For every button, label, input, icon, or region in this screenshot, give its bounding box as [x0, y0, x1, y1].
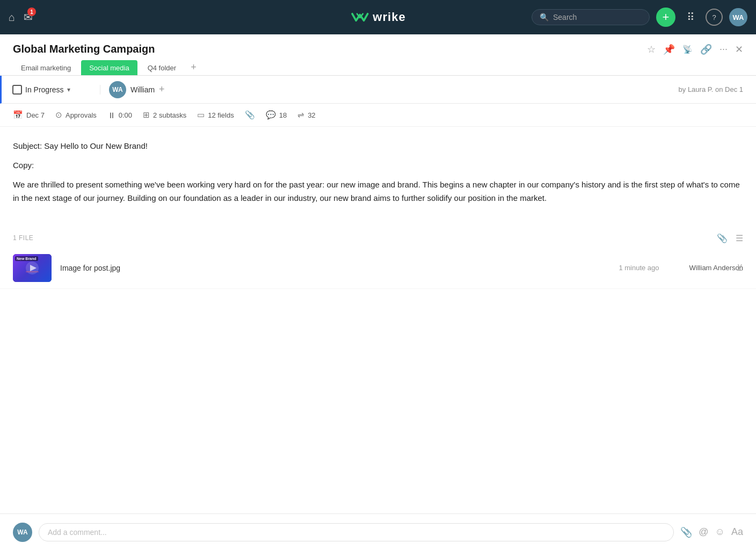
share-icon: ⇌	[297, 110, 304, 120]
file-section-header: 1 FILE 📎 ☰	[0, 229, 756, 248]
filter-icon[interactable]: ⊻	[737, 263, 743, 273]
wrike-logo-text: wrike	[373, 10, 405, 24]
assignee-name: William	[130, 85, 155, 94]
mail-button[interactable]: ✉ 1	[24, 11, 33, 24]
wrike-logo: wrike	[350, 10, 405, 25]
list-icon[interactable]: ☰	[736, 233, 744, 243]
meta-subtasks[interactable]: ⊞ 2 subtasks	[143, 110, 186, 120]
comment-mention-icon[interactable]: @	[699, 526, 708, 538]
file-row: New Brand Image for post.jpg 1 minute ag…	[0, 248, 756, 289]
file-uploader: William Anderson	[689, 264, 743, 272]
nav-left: ⌂ ✉ 1	[9, 11, 33, 24]
tabs-row: Email marketing Social media Q4 folder +	[0, 55, 756, 76]
star-icon[interactable]: ☆	[647, 44, 656, 55]
status-chevron-icon[interactable]: ▾	[67, 86, 70, 93]
approvals-icon: ⊙	[55, 110, 62, 120]
svg-rect-1	[26, 271, 39, 272]
comment-user-avatar: WA	[13, 523, 32, 542]
meta-attachment[interactable]: 📎	[245, 110, 255, 120]
subject-line: Subject: Say Hello to Our New Brand!	[13, 140, 743, 153]
comment-attach-icon[interactable]: 📎	[680, 526, 692, 538]
meta-subtasks-label: 2 subtasks	[153, 111, 186, 119]
task-checkbox[interactable]	[12, 85, 22, 95]
fields-icon: ▭	[197, 110, 205, 120]
meta-approvals-label: Approvals	[66, 111, 97, 119]
grid-icon[interactable]: ⠿	[682, 9, 699, 26]
add-button[interactable]: +	[656, 8, 675, 27]
page-header: Global Marketing Campaign ☆ 📌 📡 🔗 ··· ✕	[0, 34, 756, 55]
assignee-avatar[interactable]: WA	[109, 81, 126, 98]
comment-area: WA 📎 @ ☺ Aa	[0, 513, 756, 550]
comment-input[interactable]	[48, 528, 665, 537]
content-body: We are thrilled to present something we'…	[13, 178, 743, 205]
mail-badge-count: 1	[27, 8, 36, 16]
meta-approvals[interactable]: ⊙ Approvals	[55, 110, 97, 120]
meta-timer-label: 0:00	[119, 111, 132, 119]
rss-icon[interactable]: 📡	[682, 45, 693, 54]
meta-comments-label: 18	[279, 111, 287, 119]
page-title: Global Marketing Campaign	[13, 43, 155, 55]
file-thumb-badge: New Brand	[15, 256, 38, 261]
more-icon[interactable]: ···	[719, 44, 728, 55]
meta-fields[interactable]: ▭ 12 fields	[197, 110, 234, 120]
assignee-group: WA William +	[100, 81, 173, 98]
copy-label: Copy:	[13, 159, 743, 172]
meta-icons-row: 📅 Dec 7 ⊙ Approvals ⏸ 0:00 ⊞ 2 subtasks …	[0, 104, 756, 127]
status-label: In Progress	[25, 85, 64, 94]
meta-share-label: 32	[308, 111, 315, 119]
close-icon[interactable]: ✕	[735, 44, 743, 55]
meta-fields-label: 12 fields	[208, 111, 234, 119]
tab-q4-folder[interactable]: Q4 folder	[140, 60, 184, 75]
file-count-label: 1 FILE	[13, 234, 33, 242]
comment-input-wrapper[interactable]	[39, 523, 674, 541]
attach-icon[interactable]: 📎	[717, 233, 728, 243]
nav-right: 🔍 + ⠿ ? WA	[532, 8, 747, 27]
status-group: In Progress ▾	[4, 85, 100, 95]
comment-emoji-icon[interactable]: ☺	[715, 526, 725, 538]
tab-social-media[interactable]: Social media	[81, 60, 137, 75]
logo: wrike	[350, 10, 405, 25]
link-icon[interactable]: 🔗	[700, 44, 712, 55]
page-header-actions: ☆ 📌 📡 🔗 ··· ✕	[647, 44, 743, 55]
top-navigation: ⌂ ✉ 1 wrike 🔍 + ⠿ ? WA	[0, 0, 756, 34]
pin-icon[interactable]: 📌	[663, 44, 675, 55]
subtasks-icon: ⊞	[143, 110, 150, 120]
comment-toolbar: 📎 @ ☺ Aa	[680, 526, 743, 538]
file-name[interactable]: Image for post.jpg	[60, 264, 610, 272]
task-meta-right: by Laura P. on Dec 1	[679, 85, 756, 93]
meta-share[interactable]: ⇌ 32	[297, 110, 315, 120]
add-tab-button[interactable]: +	[186, 60, 201, 75]
meta-comments[interactable]: 💬 18	[266, 110, 287, 120]
attachment-icon: 📎	[245, 110, 255, 120]
search-icon: 🔍	[540, 13, 549, 21]
task-status-row: In Progress ▾ WA William + by Laura P. o…	[0, 76, 756, 104]
meta-timer[interactable]: ⏸ 0:00	[107, 111, 132, 120]
home-icon[interactable]: ⌂	[9, 11, 15, 24]
add-assignee-icon[interactable]: +	[159, 84, 165, 95]
file-section-icons: 📎 ☰	[717, 233, 743, 243]
file-upload-time: 1 minute ago	[619, 264, 659, 272]
comments-icon: 💬	[266, 110, 276, 120]
meta-date-label: Dec 7	[26, 111, 45, 119]
search-input[interactable]	[553, 13, 634, 21]
calendar-icon: 📅	[13, 110, 23, 120]
search-bar[interactable]: 🔍	[532, 9, 650, 25]
user-avatar[interactable]: WA	[729, 8, 747, 26]
timer-icon: ⏸	[107, 111, 115, 120]
meta-date[interactable]: 📅 Dec 7	[13, 110, 45, 120]
tab-email-marketing[interactable]: Email marketing	[13, 60, 79, 75]
file-thumbnail[interactable]: New Brand	[13, 254, 52, 282]
help-icon[interactable]: ?	[706, 9, 723, 26]
comment-format-icon[interactable]: Aa	[731, 526, 743, 538]
content-area: Subject: Say Hello to Our New Brand! Cop…	[0, 127, 756, 229]
